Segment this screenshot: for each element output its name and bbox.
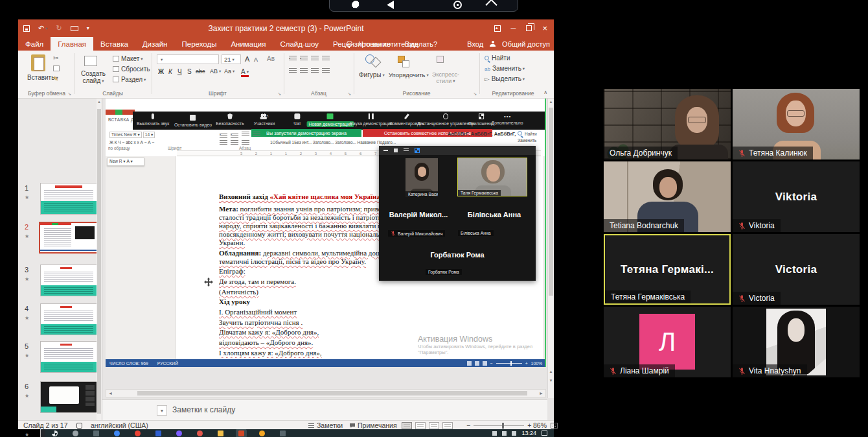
collapse-left-icon[interactable] bbox=[385, 1, 394, 9]
search-icon[interactable] bbox=[73, 431, 78, 436]
word-view-icon[interactable] bbox=[483, 361, 487, 366]
grow-font-button[interactable]: А bbox=[245, 55, 249, 63]
restore-icon[interactable] bbox=[526, 25, 532, 31]
horizontal-scrollbar[interactable]: ◄ ► bbox=[106, 389, 546, 397]
format-painter-icon[interactable]: ✎ bbox=[53, 75, 58, 82]
font-name-combobox[interactable] bbox=[157, 54, 219, 64]
arrange-button[interactable]: Упорядочить bbox=[389, 71, 429, 78]
slide-thumbnail-6[interactable] bbox=[40, 381, 97, 413]
participant-tile-victoria[interactable]: Victoria Victoria bbox=[733, 234, 860, 305]
notes-pane[interactable]: ▼ Заметки к слайду bbox=[102, 399, 547, 420]
accessibility-icon[interactable] bbox=[76, 421, 82, 429]
participant-tile-hermakivska-active-speaker[interactable]: Тетяна Гермакі... Тетяна Гермаківська bbox=[604, 234, 731, 305]
slide-thumbnail-3[interactable] bbox=[40, 265, 97, 296]
word-language[interactable]: РУССКИЙ bbox=[157, 361, 178, 366]
tray-icon[interactable] bbox=[492, 431, 497, 436]
customize-qat-icon[interactable]: ▾ bbox=[87, 26, 89, 31]
notification-center-icon[interactable] bbox=[542, 431, 547, 436]
participant-tile-olga[interactable]: Ольга Добринчук bbox=[604, 89, 731, 159]
zoom-in-icon[interactable]: + bbox=[525, 361, 528, 366]
scroll-right-icon[interactable]: ► bbox=[539, 391, 543, 396]
zoom-slider[interactable] bbox=[474, 425, 524, 426]
quick-access-toolbar[interactable]: ↶ ↻ ▾ bbox=[23, 19, 89, 37]
meeting-control-overlay[interactable] bbox=[329, 0, 518, 12]
next-slide-icon[interactable]: ▼ bbox=[548, 379, 554, 383]
reset-button[interactable]: Сбросить bbox=[113, 65, 150, 73]
paste-icon[interactable] bbox=[31, 54, 45, 71]
minimize-icon[interactable] bbox=[383, 150, 388, 151]
slide-thumbnail-1[interactable] bbox=[40, 183, 97, 215]
tab-insert[interactable]: Вставка bbox=[93, 37, 135, 51]
clear-formatting-button[interactable]: Ав bbox=[267, 55, 275, 62]
list-view-icon[interactable] bbox=[404, 148, 409, 152]
word-zoom-level[interactable]: 100% bbox=[531, 361, 542, 366]
participant-tile-shamrii[interactable]: Л Ліана Шамрій bbox=[604, 307, 731, 377]
more-chevron-icon[interactable] bbox=[486, 0, 497, 11]
alignment-icons[interactable] bbox=[289, 68, 333, 75]
new-slide-button[interactable]: Создать слайд bbox=[76, 70, 110, 84]
slide-thumbnail-5[interactable] bbox=[40, 341, 97, 373]
quick-styles-button[interactable]: Экспресс-стили bbox=[428, 71, 464, 84]
slides-panel-scrollbar[interactable]: ▲ bbox=[97, 99, 102, 420]
save-icon[interactable] bbox=[23, 25, 30, 32]
minimize-icon[interactable]: ─ bbox=[511, 25, 516, 32]
slide-thumbnail-4[interactable] bbox=[40, 303, 97, 335]
collapse-ribbon-icon[interactable]: ∧ bbox=[543, 89, 547, 95]
word-view-icon[interactable] bbox=[467, 361, 472, 366]
app-icon[interactable] bbox=[197, 431, 203, 436]
redo-icon[interactable]: ↻ bbox=[56, 25, 62, 32]
tell-me-box[interactable]: Что вы хотите сделать? bbox=[359, 40, 438, 48]
powerpoint-taskbar-icon[interactable] bbox=[238, 431, 244, 436]
tab-animations[interactable]: Анимация bbox=[223, 37, 273, 51]
comments-toggle[interactable]: Примечания bbox=[350, 421, 397, 429]
current-slide-canvas[interactable]: ВСТАВКА ДИЗ Выключить звук Остановить ви… bbox=[106, 99, 546, 367]
font-dialog-launcher[interactable]: ↘ bbox=[277, 91, 281, 97]
font-color-button[interactable]: А bbox=[241, 68, 249, 77]
notes-toggle[interactable]: Заметки bbox=[308, 421, 343, 429]
bold-button[interactable]: Ж bbox=[158, 68, 164, 75]
word-count[interactable]: ЧИСЛО СЛОВ: 969 bbox=[109, 361, 148, 366]
video-tile-active[interactable]: Таня Гермаківська bbox=[457, 158, 527, 196]
share-button[interactable]: Общий доступ bbox=[502, 40, 550, 48]
tab-transitions[interactable]: Переходы bbox=[174, 37, 223, 51]
ribbon-display-options-icon[interactable] bbox=[494, 25, 501, 32]
replace-button[interactable]: abЗаменить bbox=[485, 65, 525, 72]
taskbar-clock[interactable]: 13:24 bbox=[521, 430, 536, 436]
fit-slide-icon[interactable] bbox=[551, 421, 558, 429]
section-button[interactable]: Раздел bbox=[113, 76, 146, 83]
change-case-button[interactable]: Аа bbox=[224, 68, 234, 75]
participant-tile-viktoria[interactable]: Viktoria Viktoria bbox=[733, 161, 860, 232]
font-size-combobox[interactable]: 21 bbox=[222, 54, 241, 64]
task-view-icon[interactable] bbox=[93, 431, 99, 436]
scroll-up-icon[interactable]: ▲ bbox=[548, 100, 554, 104]
speaker-view-icon[interactable] bbox=[394, 148, 398, 152]
copy-icon[interactable] bbox=[53, 65, 62, 72]
clipboard-dialog-launcher[interactable]: ↘ bbox=[67, 91, 71, 97]
language-indicator[interactable]: английский (США) bbox=[91, 421, 148, 429]
app-icon-3[interactable] bbox=[280, 431, 286, 436]
tray-icon[interactable] bbox=[512, 431, 516, 436]
gallery-view-icon[interactable] bbox=[415, 148, 420, 153]
word-zoom-slider[interactable] bbox=[496, 363, 522, 364]
bullets-numbering-icons[interactable] bbox=[289, 56, 333, 63]
strikethrough-button[interactable]: abc bbox=[196, 68, 205, 75]
edge-icon[interactable] bbox=[114, 431, 120, 436]
word-icon[interactable] bbox=[155, 431, 161, 436]
italic-button[interactable]: К bbox=[168, 68, 172, 75]
view-buttons[interactable] bbox=[402, 421, 456, 429]
select-button[interactable]: ▻Выделить bbox=[485, 75, 525, 82]
find-button[interactable]: Найти bbox=[485, 54, 510, 62]
tab-file[interactable]: Файл bbox=[18, 37, 51, 51]
tab-home[interactable]: Главная bbox=[51, 37, 93, 51]
shrink-font-button[interactable]: А bbox=[254, 56, 258, 63]
tab-design[interactable]: Дизайн bbox=[135, 37, 175, 51]
zoom-control[interactable]: −+ bbox=[466, 421, 531, 429]
close-icon[interactable]: × bbox=[542, 24, 547, 32]
layout-button[interactable]: Макет bbox=[113, 55, 143, 62]
previous-slide-icon[interactable]: ▲ bbox=[548, 370, 554, 373]
drawing-dialog-launcher[interactable]: ↘ bbox=[473, 91, 477, 97]
cut-icon[interactable]: ✂ bbox=[53, 54, 58, 62]
participant-tile-bodnarchuk[interactable]: Tetiana Bodnarchuk bbox=[604, 161, 731, 232]
zoom-out-icon[interactable]: − bbox=[490, 361, 493, 366]
vertical-scrollbar[interactable]: ▲ ▲ ▼ bbox=[547, 99, 554, 398]
